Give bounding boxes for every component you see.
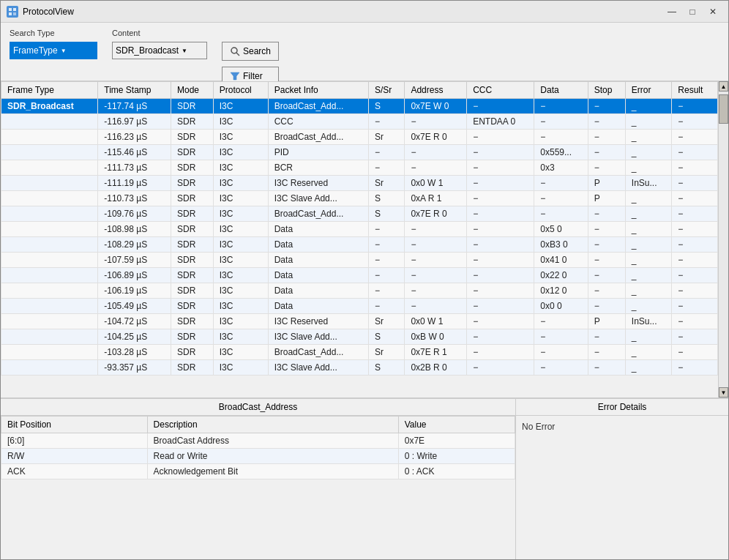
table-scrollbar[interactable]: ▲ ▼ <box>718 81 728 397</box>
search-type-group: Search Type FrameType ▼ <box>10 29 97 59</box>
table-cell: SDR <box>171 176 214 191</box>
table-row[interactable]: -93.357 µSSDRI3CI3C Slave Add...S0x2B R … <box>1 360 718 376</box>
minimize-button[interactable]: — <box>662 4 681 19</box>
table-cell: − <box>672 130 718 145</box>
table-cell: _ <box>625 130 671 145</box>
search-button[interactable]: Search <box>222 42 279 61</box>
scroll-thumb[interactable] <box>719 94 728 124</box>
table-cell: SDR <box>171 360 214 376</box>
svg-rect-2 <box>9 12 12 15</box>
bit-table-row[interactable]: ACKAcknowledgement Bit0 : ACK <box>1 464 515 479</box>
bit-table-cell: [6:0] <box>1 433 148 449</box>
error-content: No Error <box>516 416 728 438</box>
table-row[interactable]: -111.73 µSSDRI3CBCR−−−0x3−_− <box>1 160 718 176</box>
table-cell: I3C <box>213 191 268 206</box>
bit-table[interactable]: Bit Position Description Value [6:0]Broa… <box>1 416 515 559</box>
table-cell: Data <box>268 299 368 314</box>
restore-button[interactable]: □ <box>683 4 702 19</box>
table-cell: − <box>368 160 405 176</box>
table-cell: Sr <box>368 314 405 329</box>
close-button[interactable]: ✕ <box>703 4 722 19</box>
svg-line-5 <box>236 53 239 56</box>
bit-table-row[interactable]: [6:0]BroadCast Address0x7E <box>1 433 515 449</box>
table-row[interactable]: SDR_Broadcast-117.74 µSSDRI3CBroadCast_A… <box>1 99 718 114</box>
table-cell: − <box>672 253 718 268</box>
table-row[interactable]: -105.49 µSSDRI3CData−−−0x0 0−_− <box>1 299 718 314</box>
scroll-up-btn[interactable]: ▲ <box>719 81 728 92</box>
table-cell: 0x7E R 0 <box>405 130 467 145</box>
table-cell: − <box>672 268 718 283</box>
table-cell: I3C Reserved <box>268 314 368 329</box>
table-cell: − <box>672 345 718 360</box>
table-cell: − <box>467 130 534 145</box>
table-cell: − <box>534 314 588 329</box>
col-time-stamp: Time Stamp <box>98 82 171 99</box>
table-cell: − <box>534 99 588 114</box>
table-cell: 0x559... <box>534 145 588 160</box>
table-cell: − <box>467 253 534 268</box>
table-cell: ENTDAA 0 <box>467 114 534 130</box>
svg-marker-6 <box>231 72 239 80</box>
table-row[interactable]: -109.76 µSSDRI3CBroadCast_Add...S0x7E R … <box>1 206 718 222</box>
table-cell: SDR <box>171 314 214 329</box>
scroll-track[interactable] <box>719 92 728 387</box>
table-cell: Sr <box>368 345 405 360</box>
table-cell: − <box>368 283 405 299</box>
error-panel-title: Error Details <box>516 399 728 416</box>
table-row[interactable]: -104.72 µSSDRI3CI3C ReservedSr0x0 W 1−−P… <box>1 314 718 329</box>
table-row[interactable]: -104.25 µSSDRI3CI3C Slave Add...S0xB W 0… <box>1 329 718 345</box>
table-cell: _ <box>625 99 671 114</box>
col-address: Address <box>405 82 467 99</box>
table-cell: − <box>588 130 625 145</box>
table-cell: − <box>467 329 534 345</box>
table-cell: − <box>588 283 625 299</box>
content-combo[interactable]: SDR_Broadcast ▼ <box>112 42 207 59</box>
table-cell: -115.46 µS <box>98 145 171 160</box>
col-packet-info: Packet Info <box>268 82 368 99</box>
table-row[interactable]: -107.59 µSSDRI3CData−−−0x41 0−_− <box>1 253 718 268</box>
table-cell: − <box>405 145 467 160</box>
svg-point-4 <box>231 48 237 53</box>
table-row[interactable]: -108.29 µSSDRI3CData−−−0xB3 0−_− <box>1 237 718 253</box>
table-cell: PID <box>268 145 368 160</box>
col-data: Data <box>534 82 588 99</box>
table-row[interactable]: -115.46 µSSDRI3CPID−−−0x559...−_− <box>1 145 718 160</box>
col-s-sr: S/Sr <box>368 82 405 99</box>
bit-table-cell: R/W <box>1 449 148 464</box>
table-row[interactable]: -110.73 µSSDRI3CI3C Slave Add...S0xA R 1… <box>1 191 718 206</box>
table-cell: − <box>534 176 588 191</box>
search-button-label: Search <box>243 46 271 56</box>
data-table-container[interactable]: Frame Type Time Stamp Mode Protocol Pack… <box>1 81 728 398</box>
table-cell: SDR <box>171 222 214 237</box>
table-cell: I3C <box>213 299 268 314</box>
table-cell: 0xB W 0 <box>405 329 467 345</box>
table-cell: − <box>534 191 588 206</box>
table-cell: I3C <box>213 176 268 191</box>
table-cell: SDR <box>171 191 214 206</box>
search-type-row: FrameType ▼ <box>10 42 97 59</box>
table-cell: − <box>588 268 625 283</box>
table-row[interactable]: -116.23 µSSDRI3CBroadCast_Add...Sr0x7E R… <box>1 130 718 145</box>
table-cell: I3C Slave Add... <box>268 191 368 206</box>
table-row[interactable]: -111.19 µSSDRI3CI3C ReservedSr0x0 W 1−−P… <box>1 176 718 191</box>
table-cell: 0x41 0 <box>534 253 588 268</box>
svg-rect-0 <box>9 8 12 11</box>
table-cell: − <box>588 114 625 130</box>
bit-table-row[interactable]: R/WRead or Write0 : Write <box>1 449 515 464</box>
table-cell: − <box>588 360 625 376</box>
table-cell: Data <box>268 222 368 237</box>
search-type-combo[interactable]: FrameType ▼ <box>10 42 97 59</box>
table-row[interactable]: -106.19 µSSDRI3CData−−−0x12 0−_− <box>1 283 718 299</box>
table-cell: BroadCast_Add... <box>268 345 368 360</box>
table-cell: − <box>467 191 534 206</box>
table-cell: − <box>534 130 588 145</box>
window-title: ProtocolView <box>23 7 662 17</box>
table-cell: I3C Reserved <box>268 176 368 191</box>
col-stop: Stop <box>588 82 625 99</box>
table-row[interactable]: -103.28 µSSDRI3CBroadCast_Add...Sr0x7E R… <box>1 345 718 360</box>
table-row[interactable]: -106.89 µSSDRI3CData−−−0x22 0−_− <box>1 268 718 283</box>
table-cell: -111.19 µS <box>98 176 171 191</box>
table-row[interactable]: -116.97 µSSDRI3CCCC−−ENTDAA 0−−_− <box>1 114 718 130</box>
scroll-down-btn[interactable]: ▼ <box>719 387 728 397</box>
table-row[interactable]: -108.98 µSSDRI3CData−−−0x5 0−_− <box>1 222 718 237</box>
